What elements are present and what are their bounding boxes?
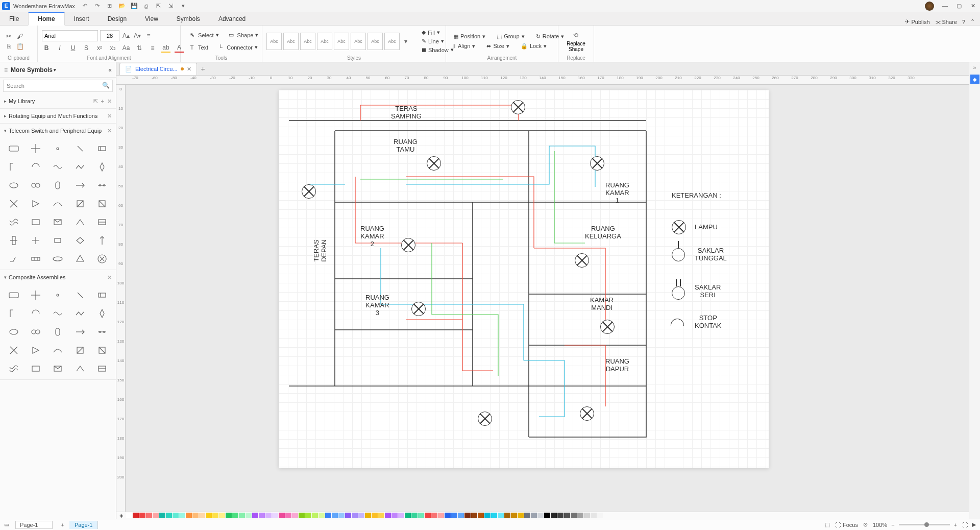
- format-painter-icon[interactable]: 🖌: [15, 32, 24, 41]
- style-preset-5[interactable]: Abc: [334, 33, 349, 50]
- color-swatch[interactable]: [199, 513, 205, 518]
- symbol-item[interactable]: [70, 159, 89, 175]
- menu-advanced[interactable]: Advanced: [209, 13, 255, 25]
- style-preset-8[interactable]: Abc: [384, 33, 400, 50]
- close-tab-icon[interactable]: ✕: [187, 66, 191, 73]
- bold-icon[interactable]: B: [42, 43, 51, 53]
- symbol-item[interactable]: [4, 233, 23, 248]
- symbol-item[interactable]: [26, 287, 45, 303]
- symbol-item[interactable]: [93, 141, 112, 156]
- color-swatch[interactable]: [464, 513, 471, 518]
- underline-icon[interactable]: U: [68, 43, 78, 53]
- properties-tab-icon[interactable]: ◆: [970, 75, 979, 84]
- redo-icon[interactable]: ↷: [93, 2, 102, 10]
- superscript-icon[interactable]: x²: [95, 43, 104, 53]
- style-preset-2[interactable]: Abc: [283, 33, 299, 50]
- color-swatch[interactable]: [179, 513, 185, 518]
- symbol-item[interactable]: [4, 343, 23, 358]
- symbol-item[interactable]: [93, 324, 112, 340]
- lamp-symbol[interactable]: [302, 184, 316, 199]
- page-layout-icon[interactable]: ▭: [4, 521, 9, 528]
- symbol-item[interactable]: [48, 251, 67, 267]
- color-swatch[interactable]: [139, 513, 145, 518]
- style-preset-4[interactable]: Abc: [317, 33, 332, 50]
- symbol-item[interactable]: [4, 159, 23, 175]
- color-swatch[interactable]: [571, 513, 577, 518]
- color-swatch[interactable]: [537, 513, 544, 518]
- symbol-item[interactable]: [70, 361, 89, 376]
- color-swatch[interactable]: [365, 513, 371, 518]
- replace-shape-button[interactable]: Replace Shape: [567, 41, 585, 52]
- add-tab-icon[interactable]: +: [201, 65, 205, 73]
- color-swatch[interactable]: [212, 513, 218, 518]
- search-input[interactable]: [3, 80, 113, 92]
- color-swatch[interactable]: [305, 513, 311, 518]
- undo-icon[interactable]: ↶: [81, 2, 89, 10]
- lib-add-icon[interactable]: +: [101, 98, 104, 105]
- export-icon[interactable]: ⇱: [155, 2, 163, 10]
- lamp-symbol[interactable]: [478, 412, 492, 426]
- page-select[interactable]: Page-1: [15, 521, 53, 529]
- color-swatch[interactable]: [186, 513, 192, 518]
- font-family-select[interactable]: [42, 30, 98, 41]
- strike-icon[interactable]: S: [82, 43, 91, 53]
- symbol-item[interactable]: [93, 159, 112, 175]
- lamp-symbol[interactable]: [580, 406, 594, 421]
- color-swatch[interactable]: [425, 513, 431, 518]
- new-icon[interactable]: ⊞: [106, 2, 114, 10]
- symbol-item[interactable]: [4, 196, 23, 211]
- text-tool[interactable]: TText: [185, 42, 211, 53]
- color-swatch[interactable]: [252, 513, 258, 518]
- color-swatch[interactable]: [484, 513, 491, 518]
- color-swatch[interactable]: [345, 513, 351, 518]
- focus-icon[interactable]: ⛶: [835, 522, 841, 528]
- zoom-in-icon[interactable]: +: [954, 522, 957, 528]
- color-swatch[interactable]: [405, 513, 411, 518]
- document-tab[interactable]: 📄 Electrical Circu... ✕: [119, 63, 197, 75]
- symbol-item[interactable]: [48, 233, 67, 248]
- symbol-item[interactable]: [70, 306, 89, 321]
- color-swatch[interactable]: [358, 513, 364, 518]
- focus-label[interactable]: Focus: [843, 522, 858, 528]
- symbol-item[interactable]: [26, 251, 45, 267]
- symbol-item[interactable]: [93, 306, 112, 321]
- cut-icon[interactable]: ✂: [4, 32, 13, 41]
- maximize-icon[interactable]: ▢: [957, 3, 964, 10]
- telecom-header[interactable]: ▾Telecom Switch and Peripheral Equip ✕: [0, 124, 116, 138]
- style-preset-3[interactable]: Abc: [300, 33, 315, 50]
- lamp-symbol[interactable]: [575, 253, 589, 268]
- color-swatch[interactable]: [265, 513, 272, 518]
- replace-shape-icon[interactable]: ⟲: [571, 31, 580, 40]
- symbol-item[interactable]: [26, 343, 45, 358]
- color-swatch[interactable]: [391, 513, 398, 518]
- color-swatch[interactable]: [564, 513, 570, 518]
- menu-symbols[interactable]: Symbols: [167, 13, 209, 25]
- symbol-item[interactable]: [4, 178, 23, 193]
- style-preset-6[interactable]: Abc: [351, 33, 366, 50]
- position-button[interactable]: ▦ Position▾: [450, 32, 488, 41]
- lock-button[interactable]: 🔒 Lock▾: [518, 42, 550, 51]
- rotating-equip-header[interactable]: ▸Rotating Equip and Mech Functions ✕: [0, 109, 116, 123]
- copy-icon[interactable]: ⎘: [4, 42, 13, 51]
- publish-button[interactable]: ✈ Publish: [905, 18, 929, 25]
- symbol-item[interactable]: [93, 178, 112, 193]
- symbol-item[interactable]: [48, 159, 67, 175]
- symbol-item[interactable]: [70, 324, 89, 340]
- lib-close-icon[interactable]: ✕: [107, 128, 112, 134]
- symbol-item[interactable]: [26, 361, 45, 376]
- color-swatch[interactable]: [591, 513, 597, 518]
- lamp-symbol[interactable]: [600, 320, 615, 334]
- color-swatch[interactable]: [219, 513, 225, 518]
- color-swatch[interactable]: [385, 513, 391, 518]
- collapse-ribbon-icon[interactable]: ⌃: [970, 18, 975, 25]
- color-swatch[interactable]: [372, 513, 378, 518]
- lib-close-icon[interactable]: ✕: [107, 98, 112, 105]
- symbol-item[interactable]: [93, 214, 112, 230]
- lamp-symbol[interactable]: [401, 238, 415, 252]
- symbol-item[interactable]: [48, 361, 67, 376]
- align-button[interactable]: ⫴ Align▾: [450, 42, 478, 51]
- symbol-item[interactable]: [4, 141, 23, 156]
- color-swatch[interactable]: [544, 513, 550, 518]
- collapse-panel-icon[interactable]: «: [108, 66, 112, 74]
- color-swatch[interactable]: [478, 513, 484, 518]
